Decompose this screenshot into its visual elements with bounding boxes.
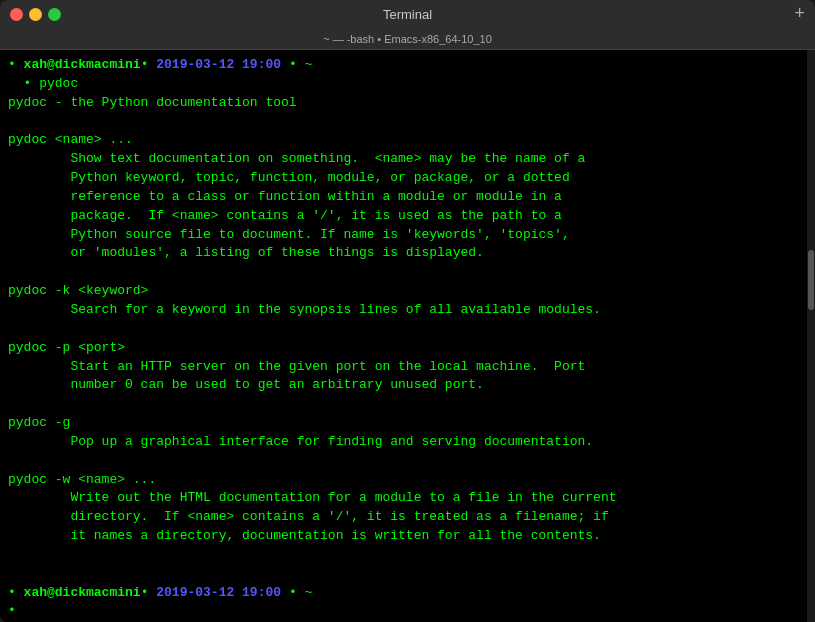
tilde-2: ~ [297,585,313,600]
scrollbar-thumb[interactable] [808,250,814,310]
empty-2 [8,263,807,282]
pydoc-desc: pydoc - the Python documentation tool [8,94,807,113]
pydoc-name-line4: package. If <name> contains a '/', it is… [8,207,807,226]
pydoc-name-line6: or 'modules', a listing of these things … [8,244,807,263]
pydoc-w-line2: directory. If <name> contains a '/', it … [8,508,807,527]
subtitle-bar: ~ — -bash • Emacs-x86_64-10_10 [0,28,815,50]
pydoc-name-line2: Python keyword, topic, function, module,… [8,169,807,188]
empty-3 [8,320,807,339]
pydoc-w-line1: Write out the HTML documentation for a m… [8,489,807,508]
bullet-2: • [8,585,24,600]
scrollbar[interactable] [807,50,815,622]
username-1: xah@dickmacmini [24,57,141,72]
pydoc-name-line3: reference to a class or function within … [8,188,807,207]
pydoc-name-line5: Python source file to document. If name … [8,226,807,245]
pydoc-p-cmd: pydoc -p <port> [8,339,807,358]
date-1: 2019-03-12 19:00 [148,57,281,72]
empty-6 [8,546,807,565]
terminal-body[interactable]: • xah@dickmacmini• 2019-03-12 19:00 • ~ … [0,50,815,622]
pydoc-p-line2: number 0 can be used to get an arbitrary… [8,376,807,395]
tilde-1: ~ [297,57,313,72]
window-title: Terminal [383,7,432,22]
terminal-window: Terminal + ~ — -bash • Emacs-x86_64-10_1… [0,0,815,622]
pydoc-p-line1: Start an HTTP server on the given port o… [8,358,807,377]
last-bullet: • [8,602,807,621]
date-2: 2019-03-12 19:00 [148,585,281,600]
pydoc-name-line1: Show text documentation on something. <n… [8,150,807,169]
username-2: xah@dickmacmini [24,585,141,600]
empty-5 [8,452,807,471]
pydoc-bullet: • pydoc [8,75,807,94]
empty-7 [8,565,807,584]
empty-4 [8,395,807,414]
pydoc-name-cmd: pydoc <name> ... [8,131,807,150]
maximize-button[interactable] [48,8,61,21]
minimize-button[interactable] [29,8,42,21]
pydoc-w-cmd: pydoc -w <name> ... [8,471,807,490]
bullet-1: • [8,57,24,72]
close-button[interactable] [10,8,23,21]
prompt-dot-2: • [281,57,297,72]
subtitle-text: ~ — -bash • Emacs-x86_64-10_10 [323,33,492,45]
prompt-dot-3: • [281,585,297,600]
titlebar: Terminal + [0,0,815,28]
traffic-lights [10,8,61,21]
pydoc-k-cmd: pydoc -k <keyword> [8,282,807,301]
pydoc-k-line1: Search for a keyword in the synopsis lin… [8,301,807,320]
prompt-line-1: • xah@dickmacmini• 2019-03-12 19:00 • ~ [8,56,807,75]
empty-1 [8,113,807,132]
pydoc-g-line1: Pop up a graphical interface for finding… [8,433,807,452]
pydoc-g-cmd: pydoc -g [8,414,807,433]
prompt-line-2: • xah@dickmacmini• 2019-03-12 19:00 • ~ [8,584,807,603]
pydoc-w-line3: it names a directory, documentation is w… [8,527,807,546]
add-tab-button[interactable]: + [794,5,805,23]
